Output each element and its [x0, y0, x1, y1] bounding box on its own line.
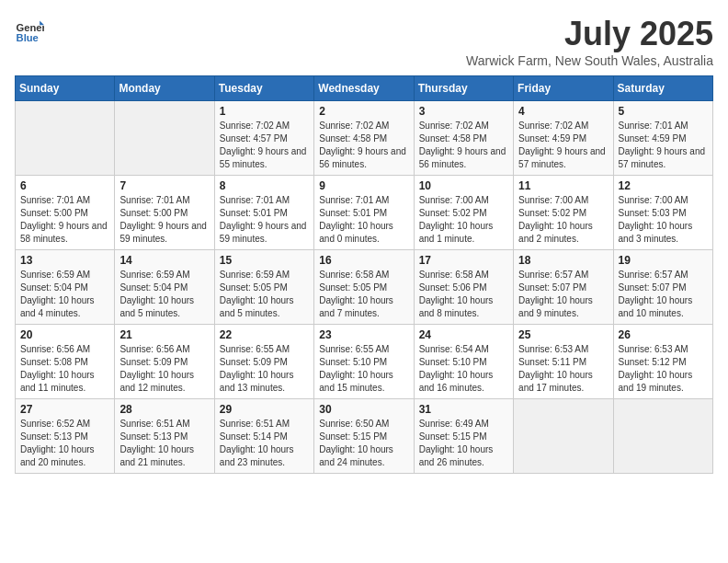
day-info: Sunrise: 6:53 AM Sunset: 5:12 PM Dayligh…	[619, 343, 708, 395]
day-number: 17	[419, 254, 508, 267]
day-number: 9	[319, 179, 408, 192]
day-number: 23	[319, 328, 408, 341]
day-number: 12	[619, 179, 708, 192]
calendar-week-row: 20Sunrise: 6:56 AM Sunset: 5:08 PM Dayli…	[16, 325, 713, 399]
weekday-header: Sunday	[16, 76, 115, 101]
day-info: Sunrise: 7:01 AM Sunset: 5:00 PM Dayligh…	[119, 194, 209, 246]
page-header: General Blue July 2025 Warwick Farm, New…	[15, 15, 713, 68]
calendar-day-cell: 25Sunrise: 6:53 AM Sunset: 5:11 PM Dayli…	[514, 325, 613, 399]
day-number: 28	[119, 403, 209, 416]
logo: General Blue	[15, 15, 44, 44]
calendar-day-cell: 28Sunrise: 6:51 AM Sunset: 5:13 PM Dayli…	[115, 399, 214, 474]
day-number: 10	[419, 179, 508, 192]
calendar-day-cell: 11Sunrise: 7:00 AM Sunset: 5:02 PM Dayli…	[514, 176, 613, 250]
calendar-day-cell: 18Sunrise: 6:57 AM Sunset: 5:07 PM Dayli…	[514, 250, 613, 325]
calendar-day-cell: 4Sunrise: 7:02 AM Sunset: 4:59 PM Daylig…	[514, 101, 613, 176]
day-info: Sunrise: 6:56 AM Sunset: 5:09 PM Dayligh…	[119, 343, 209, 395]
day-number: 11	[518, 179, 608, 192]
calendar-table: SundayMondayTuesdayWednesdayThursdayFrid…	[15, 75, 713, 474]
calendar-day-cell: 23Sunrise: 6:55 AM Sunset: 5:10 PM Dayli…	[314, 325, 414, 399]
logo-icon: General Blue	[15, 15, 44, 44]
calendar-day-cell: 17Sunrise: 6:58 AM Sunset: 5:06 PM Dayli…	[414, 250, 513, 325]
calendar-day-cell: 13Sunrise: 6:59 AM Sunset: 5:04 PM Dayli…	[16, 250, 115, 325]
day-info: Sunrise: 6:54 AM Sunset: 5:10 PM Dayligh…	[419, 343, 508, 395]
day-info: Sunrise: 6:57 AM Sunset: 5:07 PM Dayligh…	[619, 269, 708, 320]
day-info: Sunrise: 7:01 AM Sunset: 4:59 PM Dayligh…	[619, 120, 708, 171]
day-info: Sunrise: 7:01 AM Sunset: 5:01 PM Dayligh…	[319, 194, 408, 246]
day-info: Sunrise: 7:02 AM Sunset: 4:58 PM Dayligh…	[319, 120, 408, 171]
location-title: Warwick Farm, New South Wales, Australia	[466, 53, 713, 68]
day-info: Sunrise: 6:51 AM Sunset: 5:14 PM Dayligh…	[220, 418, 309, 469]
day-info: Sunrise: 7:00 AM Sunset: 5:03 PM Dayligh…	[619, 194, 708, 246]
day-number: 21	[119, 328, 209, 341]
calendar-day-cell: 27Sunrise: 6:52 AM Sunset: 5:13 PM Dayli…	[16, 399, 115, 474]
day-number: 8	[220, 179, 309, 192]
day-info: Sunrise: 7:02 AM Sunset: 4:58 PM Dayligh…	[419, 120, 508, 171]
day-number: 18	[518, 254, 608, 267]
day-number: 26	[619, 328, 708, 341]
weekday-header: Monday	[115, 76, 214, 101]
weekday-header: Saturday	[613, 76, 712, 101]
calendar-day-cell: 30Sunrise: 6:50 AM Sunset: 5:15 PM Dayli…	[314, 399, 414, 474]
day-number: 5	[619, 105, 708, 118]
calendar-day-cell: 9Sunrise: 7:01 AM Sunset: 5:01 PM Daylig…	[314, 176, 414, 250]
day-info: Sunrise: 6:51 AM Sunset: 5:13 PM Dayligh…	[119, 418, 209, 469]
calendar-day-cell: 14Sunrise: 6:59 AM Sunset: 5:04 PM Dayli…	[115, 250, 214, 325]
day-info: Sunrise: 6:50 AM Sunset: 5:15 PM Dayligh…	[319, 418, 408, 469]
calendar-day-cell: 1Sunrise: 7:02 AM Sunset: 4:57 PM Daylig…	[214, 101, 313, 176]
day-info: Sunrise: 6:53 AM Sunset: 5:11 PM Dayligh…	[518, 343, 608, 395]
day-info: Sunrise: 6:56 AM Sunset: 5:08 PM Dayligh…	[20, 343, 109, 395]
calendar-day-cell: 16Sunrise: 6:58 AM Sunset: 5:05 PM Dayli…	[314, 250, 414, 325]
day-info: Sunrise: 6:58 AM Sunset: 5:05 PM Dayligh…	[319, 269, 408, 320]
calendar-day-cell	[115, 101, 214, 176]
day-number: 22	[220, 328, 309, 341]
title-block: July 2025 Warwick Farm, New South Wales,…	[466, 15, 713, 68]
calendar-day-cell: 6Sunrise: 7:01 AM Sunset: 5:00 PM Daylig…	[16, 176, 115, 250]
day-number: 30	[319, 403, 408, 416]
day-number: 16	[319, 254, 408, 267]
day-number: 14	[119, 254, 209, 267]
day-info: Sunrise: 6:57 AM Sunset: 5:07 PM Dayligh…	[518, 269, 608, 320]
calendar-day-cell: 15Sunrise: 6:59 AM Sunset: 5:05 PM Dayli…	[214, 250, 313, 325]
calendar-day-cell: 7Sunrise: 7:01 AM Sunset: 5:00 PM Daylig…	[115, 176, 214, 250]
day-number: 13	[20, 254, 109, 267]
day-number: 27	[20, 403, 109, 416]
svg-text:Blue: Blue	[17, 32, 39, 43]
calendar-day-cell: 21Sunrise: 6:56 AM Sunset: 5:09 PM Dayli…	[115, 325, 214, 399]
day-number: 2	[319, 105, 408, 118]
calendar-day-cell: 26Sunrise: 6:53 AM Sunset: 5:12 PM Dayli…	[613, 325, 712, 399]
day-number: 25	[518, 328, 608, 341]
day-info: Sunrise: 6:55 AM Sunset: 5:10 PM Dayligh…	[319, 343, 408, 395]
calendar-day-cell: 22Sunrise: 6:55 AM Sunset: 5:09 PM Dayli…	[214, 325, 313, 399]
calendar-day-cell: 20Sunrise: 6:56 AM Sunset: 5:08 PM Dayli…	[16, 325, 115, 399]
weekday-header: Friday	[514, 76, 613, 101]
calendar-week-row: 6Sunrise: 7:01 AM Sunset: 5:00 PM Daylig…	[16, 176, 713, 250]
day-info: Sunrise: 7:01 AM Sunset: 5:00 PM Dayligh…	[20, 194, 109, 246]
day-number: 29	[220, 403, 309, 416]
day-number: 6	[20, 179, 109, 192]
calendar-week-row: 1Sunrise: 7:02 AM Sunset: 4:57 PM Daylig…	[16, 101, 713, 176]
day-info: Sunrise: 7:01 AM Sunset: 5:01 PM Dayligh…	[220, 194, 309, 246]
day-info: Sunrise: 6:59 AM Sunset: 5:04 PM Dayligh…	[119, 269, 209, 320]
calendar-day-cell: 29Sunrise: 6:51 AM Sunset: 5:14 PM Dayli…	[214, 399, 313, 474]
calendar-day-cell: 31Sunrise: 6:49 AM Sunset: 5:15 PM Dayli…	[414, 399, 513, 474]
calendar-day-cell: 12Sunrise: 7:00 AM Sunset: 5:03 PM Dayli…	[613, 176, 712, 250]
calendar-day-cell	[613, 399, 712, 474]
day-info: Sunrise: 6:52 AM Sunset: 5:13 PM Dayligh…	[20, 418, 109, 469]
day-info: Sunrise: 6:59 AM Sunset: 5:04 PM Dayligh…	[20, 269, 109, 320]
calendar-day-cell: 5Sunrise: 7:01 AM Sunset: 4:59 PM Daylig…	[613, 101, 712, 176]
day-info: Sunrise: 7:00 AM Sunset: 5:02 PM Dayligh…	[419, 194, 508, 246]
day-number: 24	[419, 328, 508, 341]
weekday-header: Wednesday	[314, 76, 414, 101]
calendar-week-row: 13Sunrise: 6:59 AM Sunset: 5:04 PM Dayli…	[16, 250, 713, 325]
weekday-header: Thursday	[414, 76, 513, 101]
day-number: 19	[619, 254, 708, 267]
calendar-day-cell: 3Sunrise: 7:02 AM Sunset: 4:58 PM Daylig…	[414, 101, 513, 176]
day-info: Sunrise: 7:02 AM Sunset: 4:59 PM Dayligh…	[518, 120, 608, 171]
calendar-day-cell: 10Sunrise: 7:00 AM Sunset: 5:02 PM Dayli…	[414, 176, 513, 250]
day-number: 7	[119, 179, 209, 192]
day-number: 31	[419, 403, 508, 416]
day-info: Sunrise: 6:49 AM Sunset: 5:15 PM Dayligh…	[419, 418, 508, 469]
calendar-day-cell	[16, 101, 115, 176]
calendar-day-cell: 2Sunrise: 7:02 AM Sunset: 4:58 PM Daylig…	[314, 101, 414, 176]
